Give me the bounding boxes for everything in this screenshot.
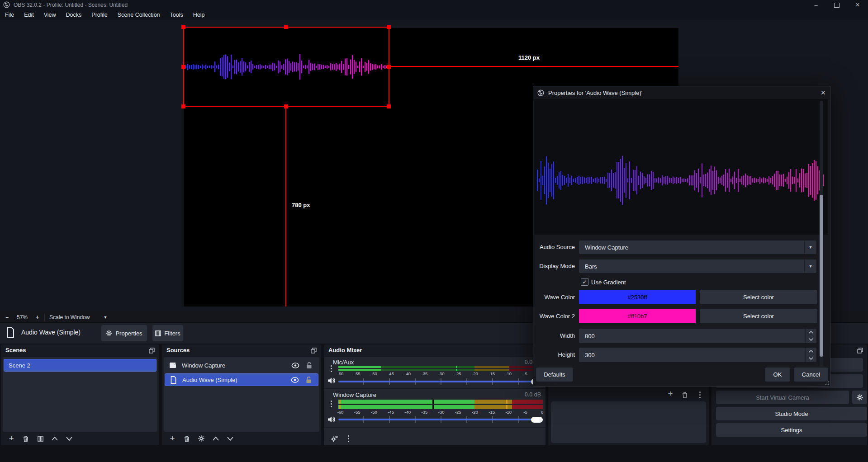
transitions-content xyxy=(551,401,706,443)
source-row-window-capture[interactable]: Window Capture xyxy=(165,359,318,372)
menu-help[interactable]: Help xyxy=(188,10,210,20)
visibility-eye-icon[interactable] xyxy=(291,377,299,383)
display-mode-dropdown[interactable]: Bars ▼ xyxy=(579,259,816,273)
wave-color2-swatch[interactable]: #ff10b7 xyxy=(579,309,696,323)
selection-handle-sw[interactable] xyxy=(181,104,185,108)
selected-source-name: Audio Wave (Simple) xyxy=(21,329,81,336)
height-spinner[interactable] xyxy=(805,348,816,362)
cancel-button[interactable]: Cancel xyxy=(794,368,828,382)
obs-logo-icon xyxy=(537,90,544,96)
selection-handle-se[interactable] xyxy=(387,104,391,108)
dialog-title: Properties for 'Audio Wave (Simple)' xyxy=(548,90,642,96)
menu-docks[interactable]: Docks xyxy=(61,10,87,20)
menu-scene-collection[interactable]: Scene Collection xyxy=(113,10,165,20)
filters-button[interactable]: Filters xyxy=(152,325,183,341)
remove-icon[interactable] xyxy=(681,391,689,399)
zoom-in-button[interactable]: + xyxy=(36,314,39,321)
scale-mode-caret-icon[interactable]: ▼ xyxy=(103,315,107,320)
use-gradient-checkbox[interactable]: ✓ xyxy=(581,278,588,286)
display-mode-label: Display Mode xyxy=(535,263,575,269)
virtual-camera-config-button[interactable] xyxy=(852,391,867,404)
width-dimension-label: 1120 px xyxy=(518,54,540,61)
move-scene-down-icon[interactable] xyxy=(65,434,73,443)
mixer-menu-icon[interactable] xyxy=(345,435,352,442)
audio-mixer-panel: Audio Mixer Mic/Aux 0.0 dB -60-55-50-45-… xyxy=(324,344,545,445)
dialog-scrollbar-thumb[interactable] xyxy=(820,195,823,357)
properties-dialog: Properties for 'Audio Wave (Simple)' × A… xyxy=(533,86,830,387)
channel-menu-icon[interactable] xyxy=(327,401,335,407)
defaults-button[interactable]: Defaults xyxy=(536,368,573,382)
selection-handle-s[interactable] xyxy=(284,104,288,108)
dialog-resize-grip[interactable] xyxy=(825,381,829,385)
file-icon xyxy=(171,376,176,384)
scenes-panel: Scenes Scene 2 + xyxy=(1,344,159,445)
lock-icon[interactable] xyxy=(306,377,312,383)
height-input[interactable]: 300 xyxy=(579,348,816,362)
minimize-button[interactable]: – xyxy=(806,0,826,10)
menu-edit[interactable]: Edit xyxy=(19,10,39,20)
menu-file[interactable]: File xyxy=(0,10,19,20)
speaker-icon[interactable] xyxy=(327,416,336,423)
sources-toolbar: + xyxy=(162,432,321,445)
lock-icon[interactable] xyxy=(306,362,312,369)
menu-view[interactable]: View xyxy=(39,10,61,20)
source-selection-rect[interactable] xyxy=(183,27,389,107)
spin-down-icon xyxy=(806,355,816,362)
properties-button[interactable]: Properties xyxy=(101,325,147,341)
width-label: Width xyxy=(535,332,575,339)
wave-color2-select-button[interactable]: Select color xyxy=(700,309,817,323)
height-guide-line xyxy=(285,107,286,306)
width-input[interactable]: 800 xyxy=(579,329,816,343)
width-spinner[interactable] xyxy=(805,329,816,343)
selection-handle-n[interactable] xyxy=(284,25,288,29)
scene-row[interactable]: Scene 2 xyxy=(4,359,157,372)
ok-button[interactable]: OK xyxy=(765,368,790,382)
selection-handle-w[interactable] xyxy=(181,65,185,69)
advanced-audio-icon[interactable] xyxy=(330,434,338,443)
popout-icon[interactable] xyxy=(311,348,317,354)
maximize-button[interactable] xyxy=(826,0,847,10)
popout-icon[interactable] xyxy=(857,348,863,354)
move-source-down-icon[interactable] xyxy=(226,434,234,443)
wave-color-label: Wave Color xyxy=(535,294,575,301)
menu-profile[interactable]: Profile xyxy=(86,10,112,20)
audio-source-label: Audio Source xyxy=(535,244,575,250)
start-virtual-camera-button[interactable]: Start Virtual Camera xyxy=(716,391,849,404)
volume-slider[interactable] xyxy=(338,416,543,423)
menu-icon[interactable] xyxy=(696,391,703,398)
divider xyxy=(44,314,45,321)
move-source-up-icon[interactable] xyxy=(212,434,220,443)
source-properties-gear-icon[interactable] xyxy=(197,434,205,443)
selection-handle-nw[interactable] xyxy=(181,25,185,29)
zoom-out-button[interactable]: − xyxy=(5,314,9,321)
close-button[interactable]: × xyxy=(847,0,868,10)
selection-handle-e[interactable] xyxy=(387,65,391,69)
wave-color-swatch[interactable]: #2530ff xyxy=(579,290,696,304)
audio-source-dropdown[interactable]: Window Capture ▼ xyxy=(579,240,816,254)
source-row-audio-wave[interactable]: Audio Wave (Simple) xyxy=(165,373,318,386)
add-scene-icon[interactable]: + xyxy=(7,434,15,443)
scale-mode-select[interactable]: Scale to Window xyxy=(49,314,90,321)
volume-slider-handle[interactable] xyxy=(531,417,543,423)
add-icon[interactable]: + xyxy=(666,390,674,398)
height-label: Height xyxy=(535,351,575,358)
visibility-eye-icon[interactable] xyxy=(291,363,299,368)
volume-slider[interactable] xyxy=(338,378,543,385)
selection-handle-ne[interactable] xyxy=(387,25,391,29)
studio-mode-button[interactable]: Studio Mode xyxy=(716,407,867,420)
popout-icon[interactable] xyxy=(149,348,155,354)
speaker-icon[interactable] xyxy=(327,377,336,384)
channel-menu-icon[interactable] xyxy=(327,365,335,372)
scene-filters-icon[interactable] xyxy=(36,434,44,443)
move-scene-up-icon[interactable] xyxy=(51,434,59,443)
dialog-title-bar[interactable]: Properties for 'Audio Wave (Simple)' × xyxy=(533,86,830,99)
add-source-icon[interactable]: + xyxy=(168,434,176,443)
remove-source-icon[interactable] xyxy=(183,434,191,443)
settings-button[interactable]: Settings xyxy=(716,423,867,437)
spin-down-icon xyxy=(806,336,816,343)
wave-color-select-button[interactable]: Select color xyxy=(700,290,817,304)
remove-scene-icon[interactable] xyxy=(22,434,30,443)
obs-logo-icon xyxy=(3,1,10,8)
dialog-close-icon[interactable]: × xyxy=(821,88,825,98)
menu-tools[interactable]: Tools xyxy=(165,10,188,20)
